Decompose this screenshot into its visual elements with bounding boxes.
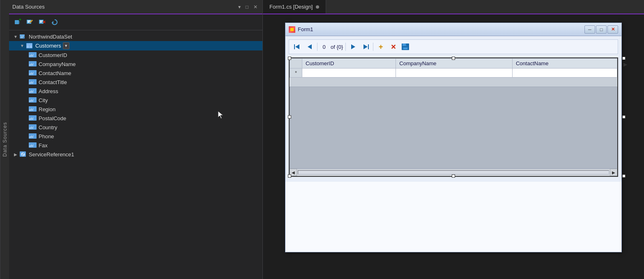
field-label-address: Address xyxy=(39,88,58,94)
panel-toolbar: abl + xyxy=(9,14,262,30)
tree-item-contacttitle[interactable]: abl ContactTitle xyxy=(9,78,262,87)
svg-rect-15 xyxy=(21,37,23,38)
design-canvas: Form1 ─ □ ✕ xyxy=(263,14,644,279)
resize-handle-bottomright[interactable] xyxy=(622,174,626,178)
svg-text:abl: abl xyxy=(29,126,34,130)
field-icon-fax: abl xyxy=(29,142,37,149)
restore-button[interactable]: □ xyxy=(596,25,607,34)
grid-container-wrapper: CustomerID CompanyName ContactName * xyxy=(289,57,618,177)
grid-new-row[interactable]: * xyxy=(290,69,617,78)
resize-handle-middleleft[interactable] xyxy=(288,115,291,119)
tree-item-servicereference[interactable]: ▶ ServiceReference1 xyxy=(9,150,262,159)
form-titlebar: Form1 ─ □ ✕ xyxy=(285,23,621,36)
grid-cell-contactname[interactable] xyxy=(512,69,617,78)
expand-customers-icon[interactable]: ▼ xyxy=(19,43,25,49)
svg-text:abl: abl xyxy=(29,81,34,85)
field-icon-postalcode: abl xyxy=(29,115,37,121)
tree-item-contactname[interactable]: abl ContactName xyxy=(9,69,262,78)
resize-handle-middleright[interactable] xyxy=(622,115,626,119)
customers-dropdown-button[interactable]: ▾ xyxy=(63,42,69,49)
resize-handle-topleft[interactable] xyxy=(288,57,291,60)
svg-rect-19 xyxy=(30,46,32,46)
panel-tab-icons: ▾ □ ✕ xyxy=(237,3,259,11)
grid-empty-row-1 xyxy=(290,78,617,87)
grid-cell-customerid[interactable] xyxy=(302,69,396,78)
nav-separator-3 xyxy=(373,43,373,51)
grid-header-companyname[interactable]: CompanyName xyxy=(396,59,513,69)
tree-item-companyname[interactable]: abl CompanyName xyxy=(9,59,262,69)
design-tab-form1[interactable]: Form1.cs [Design] xyxy=(263,0,326,14)
field-label-contacttitle: ContactTitle xyxy=(39,79,67,85)
tree-item-country[interactable]: abl Country xyxy=(9,123,262,132)
field-icon-contacttitle: abl xyxy=(29,79,37,85)
tree-item-dataset[interactable]: ▼ NorthwindDataSet xyxy=(9,32,262,41)
delete-datasource-button[interactable] xyxy=(37,17,48,27)
tree-item-phone[interactable]: abl Phone xyxy=(9,132,262,141)
dropdown-icon[interactable]: ▾ xyxy=(237,3,242,11)
field-icon-city: abl xyxy=(29,97,37,103)
svg-text:abl: abl xyxy=(29,54,34,57)
field-label-city: City xyxy=(39,97,48,103)
field-label-companyname: CompanyName xyxy=(39,61,76,67)
close-panel-icon[interactable]: ✕ xyxy=(252,3,259,11)
svg-rect-14 xyxy=(21,36,24,37)
expand-dataset-icon[interactable]: ▼ xyxy=(12,33,19,40)
float-icon[interactable]: □ xyxy=(244,3,250,11)
resize-handle-bottomleft[interactable] xyxy=(288,174,291,178)
tree-item-customers[interactable]: ▼ Customers ▾ xyxy=(9,41,262,50)
edit-datasource-button[interactable] xyxy=(25,17,35,27)
tree-item-city[interactable]: abl City xyxy=(9,96,262,105)
nav-save-button[interactable] xyxy=(400,42,410,52)
expand-service-icon[interactable]: ▶ xyxy=(12,151,19,158)
tree-item-customerid[interactable]: abl CustomerID xyxy=(9,50,262,59)
field-label-customerid: CustomerID xyxy=(39,52,67,58)
dataset-icon xyxy=(19,33,27,40)
customers-table-icon xyxy=(25,43,34,49)
refresh-datasource-button[interactable] xyxy=(49,17,60,27)
grid-scroll-arrow-right[interactable]: ▶ xyxy=(623,62,627,67)
tree-item-fax[interactable]: abl Fax xyxy=(9,141,262,150)
nav-first-button[interactable] xyxy=(292,42,302,52)
data-grid[interactable]: CustomerID CompanyName ContactName * xyxy=(290,58,617,87)
svg-text:+: + xyxy=(19,18,21,22)
grid-header-customerid[interactable]: CustomerID xyxy=(302,59,396,69)
minimize-button[interactable]: ─ xyxy=(584,25,595,34)
nav-last-button[interactable] xyxy=(361,42,370,52)
tree-item-address[interactable]: abl Address xyxy=(9,87,262,96)
tree-item-postalcode[interactable]: abl PostalCode xyxy=(9,114,262,123)
grid-cell-companyname[interactable] xyxy=(396,69,513,78)
panel-tab-title: Data Sources xyxy=(12,4,45,10)
close-button[interactable]: ✕ xyxy=(607,25,618,34)
form-title-left: Form1 xyxy=(289,26,313,33)
nav-delete-button[interactable]: ✕ xyxy=(388,42,398,52)
svg-rect-55 xyxy=(406,43,407,46)
scroll-right-button[interactable]: ▶ xyxy=(610,169,617,176)
add-datasource-button[interactable]: abl + xyxy=(12,17,23,27)
design-panel: Form1.cs [Design] Form1 ─ □ ✕ xyxy=(263,0,644,279)
nav-next-button[interactable] xyxy=(348,42,358,52)
grid-newrow-marker: * xyxy=(290,69,302,78)
resize-handle-topcenter[interactable] xyxy=(452,57,455,60)
svg-marker-48 xyxy=(295,44,299,49)
form-window[interactable]: Form1 ─ □ ✕ xyxy=(285,23,622,252)
field-icon-phone: abl xyxy=(29,133,37,140)
svg-text:abl: abl xyxy=(29,135,34,139)
nav-count-of: of {0} xyxy=(331,44,343,50)
scrollbar-track[interactable] xyxy=(298,170,609,174)
svg-rect-5 xyxy=(28,22,30,23)
grid-empty-area xyxy=(290,87,617,169)
tree-item-region[interactable]: abl Region xyxy=(9,105,262,114)
data-grid-container[interactable]: CustomerID CompanyName ContactName * xyxy=(289,57,618,177)
grid-header-contactname[interactable]: ContactName xyxy=(512,59,617,69)
servicereference-label: ServiceReference1 xyxy=(29,151,74,158)
svg-rect-8 xyxy=(40,22,42,23)
nav-prev-button[interactable] xyxy=(305,42,315,52)
grid-header-row: CustomerID CompanyName ContactName xyxy=(290,59,617,69)
resize-handle-bottomcenter[interactable] xyxy=(452,174,455,178)
resize-handle-topright[interactable] xyxy=(622,57,626,60)
form-body: 0 of {0} xyxy=(285,36,621,182)
svg-text:abl: abl xyxy=(29,144,34,148)
field-label-phone: Phone xyxy=(39,133,54,140)
nav-count-value: 0 xyxy=(320,44,328,50)
nav-add-button[interactable]: + xyxy=(376,42,386,52)
